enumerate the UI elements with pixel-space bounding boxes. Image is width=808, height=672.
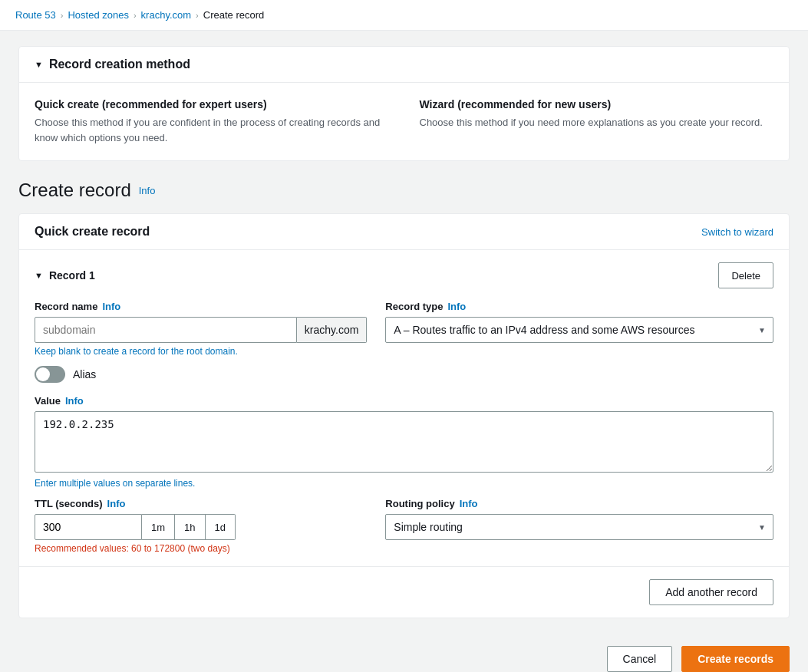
record-name-label-row: Record name Info <box>35 301 367 312</box>
quick-panel-title: Quick create record <box>35 225 150 239</box>
method-panel: ▼ Record creation method Quick create (r… <box>18 46 790 161</box>
quick-create-option[interactable]: Quick create (recommended for expert use… <box>35 98 389 145</box>
routing-policy-select[interactable]: Simple routing Weighted Latency Failover… <box>385 514 773 540</box>
record-label: ▼ Record 1 <box>35 269 95 282</box>
record-type-label-row: Record type Info <box>385 301 773 312</box>
alias-toggle[interactable] <box>35 366 65 383</box>
ttl-1h-button[interactable]: 1h <box>175 514 205 540</box>
page-title-info-link[interactable]: Info <box>139 185 156 196</box>
routing-policy-label: Routing policy <box>385 498 454 509</box>
routing-policy-col: Routing policy Info Simple routing Weigh… <box>385 498 773 554</box>
value-label-row: Value Info 192.0.2.235 Enter multiple va… <box>35 395 773 489</box>
ttl-recommended-text: Recommended values: 60 to 172800 (two da… <box>35 543 367 554</box>
alias-label: Alias <box>73 368 96 380</box>
alias-row: Alias <box>35 366 773 383</box>
method-panel-body: Quick create (recommended for expert use… <box>19 83 789 160</box>
wizard-description: Choose this method if you need more expl… <box>420 115 774 130</box>
wizard-title: Wizard (recommended for new users) <box>420 98 774 110</box>
value-textarea[interactable]: 192.0.2.235 <box>35 411 773 473</box>
switch-wizard-link[interactable]: Switch to wizard <box>701 226 773 238</box>
routing-policy-info-link[interactable]: Info <box>460 498 478 509</box>
ttl-label-row: TTL (seconds) Info <box>35 498 367 509</box>
wizard-option[interactable]: Wizard (recommended for new users) Choos… <box>420 98 774 145</box>
value-label: Value <box>35 395 61 407</box>
ttl-input-group: 1m 1h 1d <box>35 514 367 540</box>
record-type-info-link[interactable]: Info <box>447 301 466 312</box>
ttl-col: TTL (seconds) Info 1m 1h 1d Recommended … <box>35 498 367 554</box>
create-records-button[interactable]: Create records <box>681 646 790 672</box>
ttl-label: TTL (seconds) <box>35 498 103 509</box>
quick-create-title: Quick create (recommended for expert use… <box>35 98 389 110</box>
delete-button[interactable]: Delete <box>718 262 773 288</box>
record-name-label: Record name <box>35 301 97 312</box>
ttl-info-link[interactable]: Info <box>107 498 126 509</box>
add-another-record-button[interactable]: Add another record <box>649 579 773 605</box>
quick-panel-footer: Add another record <box>19 567 789 618</box>
breadcrumb-sep-3: › <box>196 11 199 20</box>
record-type-select-wrapper: A – Routes traffic to an IPv4 address an… <box>385 317 773 343</box>
record-section-header: ▼ Record 1 Delete <box>35 262 773 288</box>
breadcrumb-sep-1: › <box>61 11 64 20</box>
quick-create-panel: Quick create record Switch to wizard ▼ R… <box>18 213 790 618</box>
page-title: Create record <box>18 180 131 201</box>
record-name-row: krachy.com <box>35 317 367 343</box>
breadcrumb-hosted-zones[interactable]: Hosted zones <box>68 9 129 21</box>
method-panel-title: Record creation method <box>49 58 190 71</box>
method-panel-header[interactable]: ▼ Record creation method <box>19 47 789 83</box>
alias-slider <box>35 366 65 383</box>
ttl-input[interactable] <box>35 514 142 540</box>
record-type-col: Record type Info A – Routes traffic to a… <box>385 301 773 357</box>
record-name-help: Keep blank to create a record for the ro… <box>35 346 367 357</box>
page-footer: Cancel Create records <box>0 634 808 672</box>
breadcrumb-sep-2: › <box>134 11 137 20</box>
breadcrumb-krachy[interactable]: krachy.com <box>141 9 192 21</box>
routing-policy-select-wrapper: Simple routing Weighted Latency Failover… <box>385 514 773 540</box>
method-chevron-icon: ▼ <box>35 60 43 69</box>
ttl-1d-button[interactable]: 1d <box>206 514 236 540</box>
breadcrumb: Route 53 › Hosted zones › krachy.com › C… <box>0 0 808 31</box>
breadcrumb-route53[interactable]: Route 53 <box>15 9 56 21</box>
enter-values-text: Enter multiple values on separate lines. <box>35 478 773 489</box>
record-1-section: ▼ Record 1 Delete Record name Info krach… <box>19 250 789 567</box>
routing-policy-label-row: Routing policy Info <box>385 498 773 509</box>
record-title: Record 1 <box>49 269 95 282</box>
record-name-info-link[interactable]: Info <box>102 301 120 312</box>
domain-suffix: krachy.com <box>297 317 368 343</box>
record-chevron-icon: ▼ <box>35 271 43 280</box>
cancel-button[interactable]: Cancel <box>607 646 673 672</box>
record-type-select[interactable]: A – Routes traffic to an IPv4 address an… <box>385 317 773 343</box>
breadcrumb-current: Create record <box>203 9 264 21</box>
quick-panel-header: Quick create record Switch to wizard <box>19 214 789 250</box>
quick-create-description: Choose this method if you are confident … <box>35 115 389 145</box>
page-title-area: Create record Info <box>18 180 790 201</box>
record-type-label: Record type <box>385 301 443 312</box>
record-name-col: Record name Info krachy.com Keep blank t… <box>35 301 367 357</box>
ttl-routing-row: TTL (seconds) Info 1m 1h 1d Recommended … <box>35 498 773 554</box>
value-field-label: Value Info <box>35 395 773 407</box>
name-type-row: Record name Info krachy.com Keep blank t… <box>35 301 773 357</box>
ttl-1m-button[interactable]: 1m <box>142 514 175 540</box>
value-info-link[interactable]: Info <box>65 395 84 407</box>
record-name-input[interactable] <box>35 317 297 343</box>
